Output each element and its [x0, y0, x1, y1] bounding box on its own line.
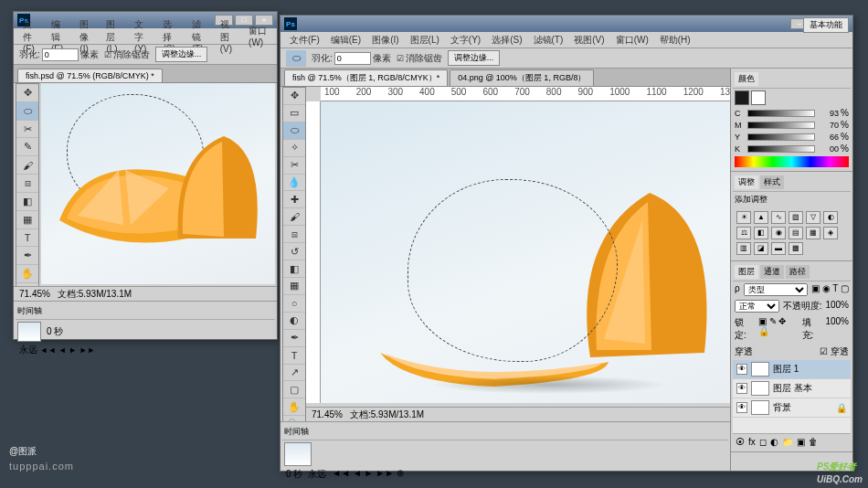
canvas[interactable]: [41, 83, 275, 284]
dodge-tool[interactable]: ◐: [283, 313, 305, 330]
mixer-icon[interactable]: ▤: [789, 227, 803, 239]
visibility-icon[interactable]: 👁: [736, 383, 747, 394]
selective-icon[interactable]: ▩: [789, 242, 803, 255]
new-layer-icon[interactable]: ▣: [797, 437, 805, 447]
menu-filter[interactable]: 滤镜(T): [530, 32, 567, 48]
layer-thumb[interactable]: [751, 400, 769, 415]
fill-value[interactable]: 100%: [825, 316, 849, 342]
move-tool[interactable]: ✥: [16, 84, 38, 102]
antialias-check[interactable]: ☑消除锯齿: [397, 52, 442, 65]
hue-icon[interactable]: ◐: [823, 211, 838, 224]
background-swatch[interactable]: [751, 90, 766, 105]
loop-forever[interactable]: 永远: [308, 468, 326, 481]
antialias-check[interactable]: ☑消除锯齿: [104, 48, 150, 61]
eraser-tool[interactable]: ◧: [16, 193, 38, 211]
layer-thumb[interactable]: [751, 381, 769, 396]
lock-icons[interactable]: ▣ ✎ ✥ 🔒: [758, 316, 799, 342]
doc-tab[interactable]: fish.psd @ 71.5% (RGB/8/CMYK) *: [17, 69, 163, 82]
photo-filter-icon[interactable]: ◉: [771, 227, 786, 239]
y-slider[interactable]: [747, 133, 815, 141]
loop-forever[interactable]: 永远: [19, 345, 37, 355]
posterize-icon[interactable]: ▥: [736, 242, 751, 255]
m-slider[interactable]: [747, 122, 815, 129]
menu-layer[interactable]: 图层(L): [407, 32, 443, 48]
fx-icon[interactable]: fx: [748, 437, 756, 447]
layer-name[interactable]: 图层 基本: [773, 382, 812, 395]
color-tab[interactable]: 颜色: [735, 72, 758, 86]
zoom-display[interactable]: 71.45%: [19, 289, 50, 299]
opacity-value[interactable]: 100%: [825, 300, 849, 313]
wand-tool[interactable]: ✧: [283, 140, 305, 157]
feather-input[interactable]: [42, 48, 79, 61]
spectrum-bar[interactable]: [735, 156, 849, 167]
feather-input[interactable]: [334, 52, 371, 65]
layer-name[interactable]: 背景: [773, 401, 791, 414]
clone-tool[interactable]: ⧇: [283, 226, 305, 243]
hand-tool[interactable]: ✋: [283, 398, 305, 416]
lookup-icon[interactable]: ▦: [806, 227, 820, 239]
lasso-tool[interactable]: ⬭: [283, 122, 305, 140]
canvas[interactable]: [321, 101, 730, 403]
menu-help[interactable]: 帮助(H): [656, 32, 694, 48]
adjust-tab[interactable]: 调整: [735, 175, 758, 189]
frame-thumb[interactable]: [284, 442, 312, 466]
crop-tool[interactable]: ✂: [283, 157, 305, 175]
zoom-display[interactable]: 71.45%: [312, 409, 343, 419]
layer-row[interactable]: 👁 图层 基本: [733, 379, 851, 398]
delete-layer-icon[interactable]: 🗑: [809, 437, 818, 447]
doc-tab-2[interactable]: 04.png @ 100%（图层 1, RGB/8）: [450, 69, 594, 86]
exposure-icon[interactable]: ▨: [789, 211, 803, 224]
current-tool-icon[interactable]: ⬭: [286, 50, 306, 67]
link-layers-icon[interactable]: ⦿: [736, 437, 745, 447]
c-slider[interactable]: [747, 110, 815, 117]
text-tool[interactable]: T: [16, 229, 38, 248]
menu-window[interactable]: 窗口(W): [245, 23, 271, 49]
menu-file[interactable]: 文件(F): [286, 32, 323, 48]
levels-icon[interactable]: ▲: [754, 211, 768, 224]
vibrance-icon[interactable]: ▽: [806, 211, 820, 224]
gradient-map-icon[interactable]: ▬: [771, 242, 786, 255]
workspace-selector[interactable]: 基本功能: [803, 17, 849, 33]
lasso-tool[interactable]: ⬭: [16, 102, 38, 121]
text-tool[interactable]: T: [283, 347, 305, 365]
brightness-icon[interactable]: ☀: [736, 211, 751, 224]
mask-icon[interactable]: ◻: [759, 437, 767, 447]
brush-tool[interactable]: 🖌: [16, 156, 38, 175]
playback-controls[interactable]: ◄◄ ◄ ► ►► ⊕: [332, 468, 404, 481]
menu-edit[interactable]: 编辑(E): [327, 32, 365, 48]
paths-tab[interactable]: 路径: [786, 265, 810, 279]
eyedropper-tool[interactable]: 💧: [283, 175, 305, 192]
balance-icon[interactable]: ⚖: [736, 227, 751, 239]
refine-edge-button[interactable]: 调整边缘...: [155, 47, 208, 62]
ruler-vertical[interactable]: [306, 101, 321, 403]
gradient-tool[interactable]: ▦: [283, 278, 305, 295]
pen-tool[interactable]: ✒: [16, 247, 38, 265]
visibility-icon[interactable]: 👁: [736, 364, 747, 375]
layer-row[interactable]: 👁 图层 1: [733, 360, 851, 379]
layer-row[interactable]: 👁 背景 🔒: [733, 398, 851, 418]
history-brush-tool[interactable]: ↺: [283, 243, 305, 260]
ruler-horizontal[interactable]: 1002003004005006007008009001000110012001…: [321, 87, 730, 101]
blend-mode-select[interactable]: 正常: [735, 300, 779, 313]
invert-icon[interactable]: ◈: [823, 227, 838, 239]
eyedropper-tool[interactable]: ✎: [16, 138, 38, 156]
menu-view[interactable]: 视图(V): [217, 16, 241, 56]
hand-tool[interactable]: ✋: [16, 265, 38, 283]
path-tool[interactable]: ↗: [283, 365, 305, 382]
doc-tab-1[interactable]: fish @ 71.5%（图层 1, RGB/8/CMYK）*: [284, 69, 448, 86]
adjustment-layer-icon[interactable]: ◐: [770, 437, 778, 447]
menu-select[interactable]: 选择(S): [488, 32, 525, 48]
curves-icon[interactable]: ∿: [771, 211, 786, 224]
clone-tool[interactable]: ⧇: [16, 175, 38, 193]
shape-tool[interactable]: ▢: [283, 381, 305, 398]
move-tool[interactable]: ✥: [283, 88, 305, 105]
layers-tab[interactable]: 图层: [735, 265, 758, 279]
layer-thumb[interactable]: [751, 362, 769, 377]
menu-window[interactable]: 窗口(W): [612, 32, 652, 48]
crop-tool[interactable]: ✂: [16, 121, 38, 139]
styles-tab[interactable]: 样式: [760, 175, 784, 189]
frame-thumb[interactable]: [17, 322, 41, 342]
bw-icon[interactable]: ◧: [754, 227, 768, 239]
blur-tool[interactable]: ○: [283, 295, 305, 313]
marquee-tool[interactable]: ▭: [283, 105, 305, 122]
